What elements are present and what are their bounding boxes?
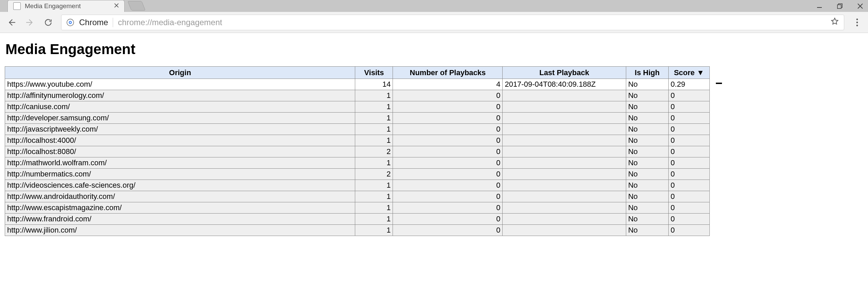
nav-reload-button[interactable] <box>43 17 54 28</box>
svg-point-5 <box>70 22 71 23</box>
cell-visits: 1 <box>355 113 393 124</box>
col-header-visits[interactable]: Visits <box>355 67 393 79</box>
cell-score: 0 <box>668 135 709 146</box>
cell-score: 0 <box>668 202 709 214</box>
table-header-row: Origin Visits Number of Playbacks Last P… <box>5 67 710 79</box>
page-title: Media Engagement <box>5 41 863 57</box>
cell-visits: 1 <box>355 202 393 214</box>
cell-last-playback <box>503 135 626 146</box>
cell-last-playback <box>503 169 626 180</box>
site-info-icon[interactable] <box>66 18 74 27</box>
window-minimize-button[interactable] <box>815 2 824 11</box>
cell-origin: http://www.androidauthority.com/ <box>5 191 355 202</box>
browser-chrome: Media Engagement <box>0 0 868 33</box>
col-header-last[interactable]: Last Playback <box>503 67 626 79</box>
cell-origin: http://mathworld.wolfram.com/ <box>5 157 355 169</box>
cell-visits: 1 <box>355 180 393 191</box>
cell-origin: http://www.escapistmagazine.com/ <box>5 202 355 214</box>
cell-playbacks: 0 <box>393 157 503 169</box>
cell-score: 0 <box>668 169 709 180</box>
text-caret-icon <box>716 83 722 84</box>
cell-is-high: No <box>626 157 668 169</box>
cell-score: 0 <box>668 101 709 113</box>
cell-is-high: No <box>626 180 668 191</box>
tab-close-button[interactable] <box>113 2 120 10</box>
nav-back-button[interactable] <box>6 17 17 28</box>
svg-point-7 <box>856 21 858 23</box>
cell-score: 0 <box>668 225 709 236</box>
cell-visits: 1 <box>355 191 393 202</box>
cell-playbacks: 0 <box>393 124 503 135</box>
cell-is-high: No <box>626 113 668 124</box>
col-header-high[interactable]: Is High <box>626 67 668 79</box>
table-row: http://videosciences.cafe-sciences.org/1… <box>5 180 710 191</box>
cell-last-playback <box>503 214 626 225</box>
cell-is-high: No <box>626 191 668 202</box>
window-close-button[interactable] <box>856 2 865 11</box>
cell-origin: http://caniuse.com/ <box>5 101 355 113</box>
cell-score: 0 <box>668 180 709 191</box>
cell-score: 0.29 <box>668 79 709 90</box>
cell-last-playback <box>503 180 626 191</box>
cell-visits: 1 <box>355 157 393 169</box>
cell-playbacks: 0 <box>393 135 503 146</box>
cell-last-playback <box>503 101 626 113</box>
table-body: https://www.youtube.com/1442017-09-04T08… <box>5 79 710 236</box>
cell-visits: 14 <box>355 79 393 90</box>
cell-playbacks: 0 <box>393 191 503 202</box>
toolbar: Chrome chrome://media-engagement <box>0 12 868 33</box>
col-header-origin[interactable]: Origin <box>5 67 355 79</box>
browser-tab[interactable]: Media Engagement <box>7 0 125 12</box>
table-row: https://www.youtube.com/1442017-09-04T08… <box>5 79 710 90</box>
cell-visits: 1 <box>355 90 393 101</box>
browser-menu-button[interactable] <box>852 17 863 28</box>
cell-last-playback <box>503 191 626 202</box>
cell-last-playback: 2017-09-04T08:40:09.188Z <box>503 79 626 90</box>
window-restore-button[interactable] <box>835 2 844 11</box>
page-content: Media Engagement Origin Visits Number of… <box>0 33 868 236</box>
cell-visits: 1 <box>355 124 393 135</box>
cell-score: 0 <box>668 146 709 157</box>
cell-score: 0 <box>668 124 709 135</box>
cell-origin: http://affinitynumerology.com/ <box>5 90 355 101</box>
tab-title: Media Engagement <box>25 2 109 10</box>
cell-score: 0 <box>668 90 709 101</box>
cell-last-playback <box>503 225 626 236</box>
table-row: http://localhost:4000/10No0 <box>5 135 710 146</box>
cell-origin: http://localhost:4000/ <box>5 135 355 146</box>
table-row: http://developer.samsung.com/10No0 <box>5 113 710 124</box>
cell-last-playback <box>503 113 626 124</box>
cell-origin: http://localhost:8080/ <box>5 146 355 157</box>
address-bar[interactable]: Chrome chrome://media-engagement <box>61 15 844 30</box>
bookmark-star-icon[interactable] <box>830 17 839 28</box>
table-row: http://www.escapistmagazine.com/10No0 <box>5 202 710 214</box>
new-tab-button[interactable] <box>127 1 145 11</box>
table-row: http://mathworld.wolfram.com/10No0 <box>5 157 710 169</box>
cell-is-high: No <box>626 135 668 146</box>
cell-playbacks: 0 <box>393 90 503 101</box>
table-row: http://www.jilion.com/10No0 <box>5 225 710 236</box>
cell-visits: 2 <box>355 169 393 180</box>
table-row: http://www.frandroid.com/10No0 <box>5 214 710 225</box>
cell-visits: 1 <box>355 225 393 236</box>
nav-forward-button[interactable] <box>24 17 35 28</box>
url-text: chrome://media-engagement <box>118 18 826 27</box>
cell-is-high: No <box>626 79 668 90</box>
cell-origin: http://www.frandroid.com/ <box>5 214 355 225</box>
cell-origin: http://videosciences.cafe-sciences.org/ <box>5 180 355 191</box>
cell-playbacks: 0 <box>393 202 503 214</box>
cell-is-high: No <box>626 101 668 113</box>
cell-score: 0 <box>668 157 709 169</box>
page-favicon-icon <box>13 2 21 10</box>
cell-last-playback <box>503 90 626 101</box>
table-row: http://javascriptweekly.com/10No0 <box>5 124 710 135</box>
cell-playbacks: 0 <box>393 169 503 180</box>
cell-playbacks: 0 <box>393 146 503 157</box>
table-row: http://numbermatics.com/20No0 <box>5 169 710 180</box>
col-header-score[interactable]: Score ▼ <box>668 67 709 79</box>
col-header-playbacks[interactable]: Number of Playbacks <box>393 67 503 79</box>
table-row: http://localhost:8080/20No0 <box>5 146 710 157</box>
cell-visits: 1 <box>355 101 393 113</box>
svg-rect-2 <box>837 5 841 9</box>
cell-is-high: No <box>626 225 668 236</box>
